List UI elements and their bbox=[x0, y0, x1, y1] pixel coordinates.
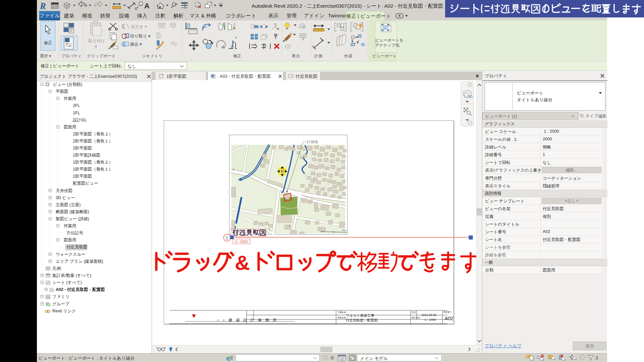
svg-text::1: :1 bbox=[595, 355, 598, 360]
svg-text:A: A bbox=[144, 2, 150, 10]
svg-text:A02: A02 bbox=[445, 316, 453, 321]
svg-text:1: 1 bbox=[140, 3, 142, 6]
svg-text:図面番号: 図面番号 bbox=[443, 311, 451, 313]
svg-text:2D: 2D bbox=[468, 95, 473, 99]
svg-text:フタカミ新築工事: フタカミ新築工事 bbox=[346, 313, 374, 317]
svg-text:1：2000: 1：2000 bbox=[425, 318, 436, 321]
svg-text:付近見取図・配置図: 付近見取図・配置図 bbox=[346, 318, 378, 322]
svg-text:計画地: 計画地 bbox=[307, 140, 318, 144]
svg-text:工事名称: 工事名称 bbox=[337, 311, 346, 314]
svg-text:1 : 2000: 1 : 2000 bbox=[235, 240, 248, 244]
svg-text:R: R bbox=[40, 1, 46, 11]
svg-text:2015.05.05: 2015.05.05 bbox=[421, 313, 436, 317]
svg-text:1: 1 bbox=[226, 236, 228, 240]
svg-text:図面名称: 図面名称 bbox=[337, 316, 346, 319]
svg-text:日付: 日付 bbox=[412, 311, 416, 314]
svg-text:縮尺(A3): 縮尺(A3) bbox=[411, 316, 420, 319]
svg-text:○○建築設計事務所: ○○建築設計事務所 bbox=[217, 318, 280, 322]
svg-text:&: & bbox=[235, 251, 250, 274]
